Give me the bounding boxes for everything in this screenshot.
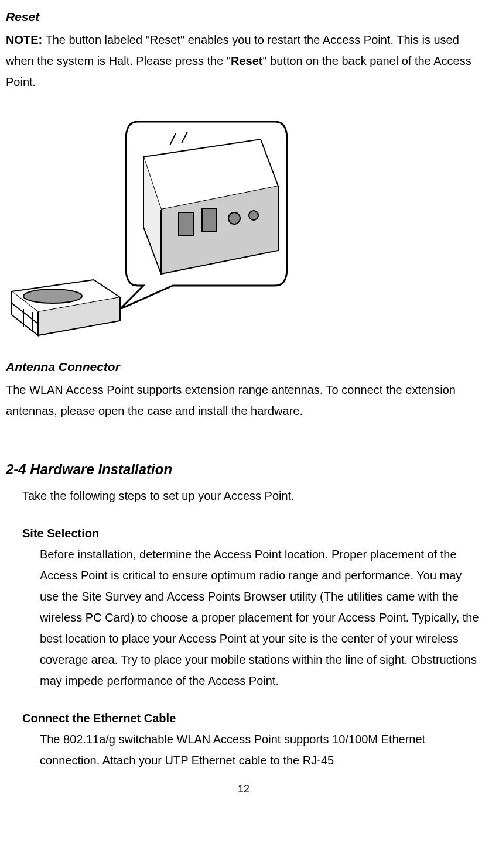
callout-bubble [120,110,293,309]
page-number: 12 [6,780,481,798]
note-label: NOTE: [6,33,42,46]
svg-point-7 [249,211,258,220]
reset-heading: Reset [6,6,481,28]
hardware-intro: Take the following steps to set up your … [22,485,481,506]
svg-point-0 [23,289,82,303]
site-selection-heading: Site Selection [22,523,481,544]
svg-rect-4 [179,212,193,236]
reset-figure [6,110,287,338]
ethernet-text: The 802.11a/g switchable WLAN Access Poi… [40,729,481,771]
antenna-heading: Antenna Connector [6,356,481,378]
ethernet-heading: Connect the Ethernet Cable [22,708,481,729]
hardware-heading: 2-4 Hardware Installation [6,457,481,482]
note-bold: Reset [231,54,262,67]
antenna-text: The WLAN Access Point supports extension… [6,379,481,421]
reset-note-paragraph: NOTE: The button labeled "Reset" enables… [6,29,481,92]
svg-point-6 [228,212,240,224]
svg-rect-5 [202,208,217,232]
site-selection-text: Before installation, determine the Acces… [40,544,481,691]
device-illustration [6,268,123,338]
